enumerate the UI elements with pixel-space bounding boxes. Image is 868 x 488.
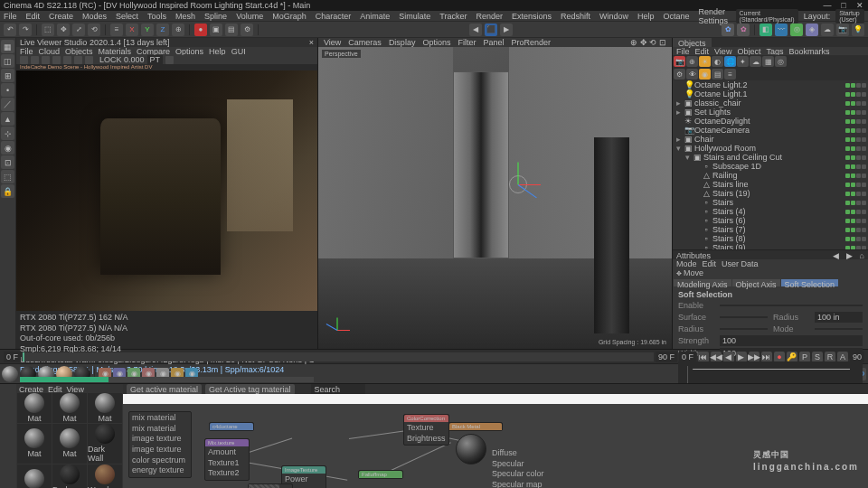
octane-target-icon[interactable]: ⊕ (686, 56, 698, 67)
proj-gear-icon[interactable]: ✿ (737, 23, 750, 36)
menu-mesh[interactable]: Mesh (175, 12, 195, 21)
node-search-input[interactable]: Search (311, 384, 365, 395)
menu-create[interactable]: Create (49, 12, 73, 21)
locked-icon[interactable]: 🔒 (1, 184, 14, 198)
deformer-icon[interactable]: ◈ (806, 23, 818, 36)
octane-db-icon[interactable]: ≡ (724, 69, 736, 80)
obj-menu-view[interactable]: View (714, 47, 731, 55)
key-p-icon[interactable]: P (799, 352, 810, 362)
node-colorcorrect[interactable]: ColorCorrection TextureBrightness (403, 414, 449, 446)
attr-menu-userdata[interactable]: User Data (722, 259, 759, 267)
menu-render[interactable]: Render (476, 12, 503, 21)
octane-node-icon[interactable]: ◉ (699, 69, 711, 80)
vp-nav-icon[interactable]: ⊕ ✥ ⟲ ⊡ (630, 38, 666, 47)
viewport-3d[interactable]: Perspective Grid Spacing : 19.685 in (318, 47, 672, 349)
mat-menu-view[interactable]: View (67, 385, 84, 391)
layout-dropdown[interactable]: Startup (User) (835, 9, 864, 23)
model-mode-icon[interactable]: ▦ (1, 40, 14, 53)
next-button[interactable]: ▶ (500, 23, 513, 36)
render-pv-button[interactable]: ▤ (225, 23, 238, 36)
get-active-mat-button[interactable]: Get active material (127, 384, 202, 395)
octane-tex-icon[interactable]: ▤ (712, 69, 723, 80)
octane-lv-icon[interactable]: 👁 (686, 69, 698, 80)
env-icon[interactable]: ☁ (821, 23, 834, 36)
lv-menu-gui[interactable]: GUI (231, 47, 246, 56)
camera-icon[interactable]: 📷 (836, 23, 849, 36)
menu-extensions[interactable]: Extensions (512, 12, 552, 21)
node-imagetex-preview[interactable] (248, 483, 293, 488)
menu-help[interactable]: Help (637, 12, 655, 21)
object-row[interactable]: ▫Stairs (9) (673, 243, 868, 249)
attr-tab-object[interactable]: Object Axis (732, 279, 780, 286)
material-thumbnail[interactable]: Dark Wall (88, 424, 122, 463)
menu-spline[interactable]: Spline (204, 12, 227, 21)
lv-menu-materials[interactable]: Materials (99, 47, 132, 56)
scale-tool[interactable]: ⤢ (72, 23, 85, 36)
menu-character[interactable]: Character (316, 12, 352, 21)
key-r-icon[interactable]: R (825, 352, 835, 362)
lv-menu-cloud[interactable]: Cloud (39, 47, 61, 56)
octane-fog-icon[interactable]: ☁ (750, 56, 761, 67)
mat-menu-edit[interactable]: Edit (48, 385, 62, 391)
poly-mode-icon[interactable]: ▲ (1, 112, 14, 126)
attr-tab-modeling[interactable]: Modeling Axis (674, 279, 731, 286)
object-row[interactable]: ▫Subscape 1D (673, 162, 868, 171)
attr-home-icon[interactable]: ⌂ (860, 251, 864, 258)
menu-mograph[interactable]: MoGraph (272, 12, 307, 21)
obj-menu-bookmarks[interactable]: Bookmarks (788, 47, 829, 55)
octane-orbx-icon[interactable]: ◎ (775, 56, 787, 67)
light-icon[interactable]: 💡 (852, 23, 864, 36)
lv-region-icon[interactable] (52, 56, 61, 64)
menu-tracker[interactable]: Tracker (439, 12, 467, 21)
object-row[interactable]: 💡Octane Light.2 (673, 80, 868, 89)
object-row[interactable]: ▫Stairs (4) (673, 207, 868, 216)
object-row[interactable]: 💡Octane Light.1 (673, 89, 868, 99)
attr-back-icon[interactable]: ◀ (833, 251, 839, 258)
lv-menu-compare[interactable]: Compare (137, 47, 170, 56)
object-row[interactable]: ▫Stairs (8) (673, 234, 868, 243)
point-mode-icon[interactable]: • (1, 83, 14, 97)
node-c4doctane[interactable]: c4doctane (209, 422, 254, 431)
cube-primitive-icon[interactable]: ◧ (760, 23, 772, 36)
attr-menu-edit[interactable]: Edit (703, 259, 717, 267)
autokey-icon[interactable]: 🔑 (787, 352, 797, 362)
render-settings-dropdown[interactable]: Current (Standard/Physical) (736, 9, 798, 23)
lv-lock-icon[interactable] (85, 56, 93, 64)
lv-menu-options[interactable]: Options (175, 47, 203, 56)
lv-clay-icon[interactable] (63, 56, 71, 64)
snap-icon[interactable]: ⊡ (1, 155, 14, 169)
step-fwd-icon[interactable]: ▶▶ (749, 352, 760, 362)
select-tool[interactable]: ⬚ (42, 23, 54, 36)
object-row[interactable]: ▫Stairs (7) (673, 225, 868, 234)
menu-modes[interactable]: Modes (82, 12, 107, 21)
obj-menu-object[interactable]: Object (737, 47, 760, 55)
objects-tab[interactable]: Objects (673, 38, 712, 47)
render-preview-image[interactable] (16, 70, 317, 311)
edge-mode-icon[interactable]: ／ (1, 98, 14, 111)
object-row[interactable]: △Stairs line (673, 180, 868, 189)
material-ball-icon[interactable] (2, 366, 18, 382)
node-graph[interactable]: Get active material Get Active tag mater… (123, 384, 868, 488)
material-thumbnail[interactable]: Wood Floor (88, 465, 122, 488)
axis-x-icon[interactable]: X (126, 23, 138, 36)
vp-menu-prorender[interactable]: ProRender (511, 38, 551, 47)
step-back-icon[interactable]: ◀◀ (711, 352, 722, 362)
menu-volume[interactable]: Volume (236, 12, 263, 21)
menu-redshift[interactable]: Redshift (561, 12, 590, 21)
obj-menu-edit[interactable]: Edit (695, 47, 710, 55)
transform-gizmo[interactable] (495, 162, 541, 207)
octane-camera-icon[interactable]: 📷 (674, 56, 685, 67)
pref-gear-icon[interactable]: ✿ (722, 23, 734, 36)
generator-icon[interactable]: ◎ (790, 23, 803, 36)
lv-pause-icon[interactable] (31, 56, 39, 64)
octane-settings-icon[interactable]: ⚙ (674, 69, 685, 80)
octane-daylight-icon[interactable]: ☀ (699, 56, 711, 67)
object-row[interactable]: ▸▣Chair (673, 135, 868, 144)
play-back-icon[interactable]: ◀ (723, 352, 734, 362)
workplane2-icon[interactable]: ⬚ (1, 170, 14, 183)
vp-menu-display[interactable]: Display (389, 38, 416, 47)
menu-animate[interactable]: Animate (360, 12, 390, 21)
lv-focus-icon[interactable] (74, 56, 82, 64)
material-thumbnail[interactable]: Mat (88, 393, 122, 423)
enable-axis-icon[interactable]: ⊹ (1, 127, 14, 140)
